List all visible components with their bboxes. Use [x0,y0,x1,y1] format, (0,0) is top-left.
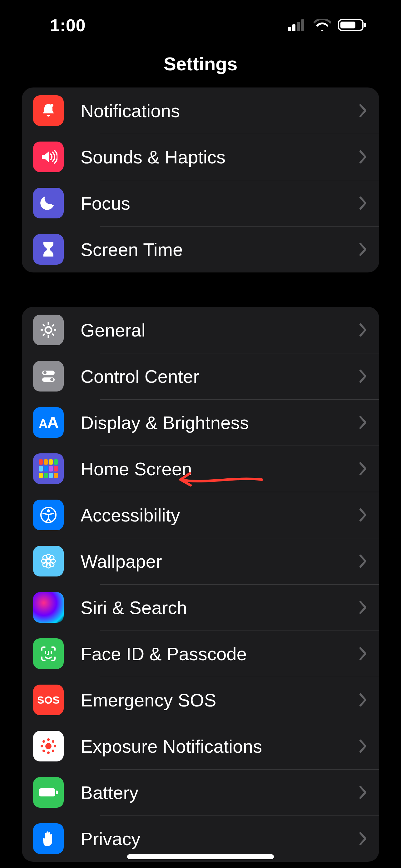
row-exposure-notifications[interactable]: Exposure Notifications [22,723,379,769]
svg-rect-0 [288,27,291,31]
svg-point-39 [42,740,45,743]
chevron-right-icon [359,507,368,522]
row-label: Focus [80,193,359,214]
chevron-right-icon [359,103,368,118]
row-display-brightness[interactable]: AA Display & Brightness [22,399,379,445]
svg-rect-43 [39,788,55,797]
svg-point-18 [43,371,46,374]
row-label: Screen Time [80,239,359,260]
row-label: Wallpaper [80,551,359,572]
cellular-icon [288,19,307,31]
row-label: Home Screen [80,458,359,479]
row-sounds-haptics[interactable]: Sounds & Haptics [22,134,379,180]
row-screen-time[interactable]: Screen Time [22,226,379,273]
bell-icon [33,95,64,126]
row-label: General [80,320,359,341]
flower-icon [33,546,64,577]
row-label: Battery [80,782,359,803]
row-wallpaper[interactable]: Wallpaper [22,538,379,584]
battery-icon [338,19,367,32]
chevron-right-icon [359,554,368,569]
chevron-right-icon [359,322,368,337]
hand-icon [33,823,64,854]
svg-rect-6 [364,23,366,27]
svg-point-40 [52,740,54,743]
svg-rect-44 [56,790,58,794]
settings-group-1: Notifications Sounds & Haptics Focus Scr… [22,88,379,273]
settings-group-2: General Control Center AA Display & Brig… [22,307,379,862]
settings-content: Notifications Sounds & Haptics Focus Scr… [0,88,401,868]
svg-line-16 [43,334,45,336]
svg-point-20 [50,378,54,381]
svg-point-35 [47,738,49,741]
app-grid-icon [33,453,64,484]
row-notifications[interactable]: Notifications [22,88,379,134]
svg-rect-1 [292,24,295,31]
chevron-right-icon [359,195,368,211]
row-home-screen[interactable]: Home Screen [22,445,379,492]
face-id-icon [33,638,64,669]
chevron-right-icon [359,692,368,707]
status-icons [288,19,367,32]
svg-point-41 [42,750,45,752]
svg-line-15 [52,324,54,326]
row-label: Emergency SOS [80,690,359,711]
row-label: Sounds & Haptics [80,147,359,167]
speaker-icon [33,142,64,172]
page-title: Settings [0,53,401,75]
chevron-right-icon [359,646,368,661]
row-battery[interactable]: Battery [22,769,379,815]
row-focus[interactable]: Focus [22,180,379,226]
gear-icon [33,315,64,345]
text-size-icon: AA [33,407,64,438]
svg-line-14 [52,334,54,336]
row-emergency-sos[interactable]: SOS Emergency SOS [22,677,379,723]
svg-point-8 [45,327,52,333]
chevron-right-icon [359,785,368,800]
row-general[interactable]: General [22,307,379,353]
status-time: 1:00 [50,15,86,35]
row-accessibility[interactable]: Accessibility [22,492,379,538]
row-label: Display & Brightness [80,412,359,433]
svg-point-7 [50,104,54,107]
svg-point-36 [47,751,49,754]
chevron-right-icon [359,149,368,164]
chevron-right-icon [359,415,368,430]
svg-line-13 [43,324,45,326]
chevron-right-icon [359,461,368,476]
hourglass-icon [33,234,64,265]
row-control-center[interactable]: Control Center [22,353,379,399]
row-label: Face ID & Passcode [80,643,359,664]
chevron-right-icon [359,600,368,615]
chevron-right-icon [359,831,368,846]
row-label: Control Center [80,366,359,387]
svg-rect-2 [297,22,300,31]
row-label: Notifications [80,100,359,121]
row-label: Privacy [80,828,359,849]
svg-point-34 [45,743,52,749]
svg-point-37 [41,745,43,747]
wifi-icon [313,19,331,31]
row-face-id-passcode[interactable]: Face ID & Passcode [22,630,379,677]
exposure-icon [33,731,64,762]
battery-full-icon [33,777,64,808]
home-indicator[interactable] [127,854,274,859]
row-label: Accessibility [80,505,359,526]
chevron-right-icon [359,242,368,257]
svg-point-23 [46,559,50,563]
row-label: Exposure Notifications [80,736,359,757]
status-bar: 1:00 [0,0,401,50]
siri-icon [33,592,64,623]
row-label: Siri & Search [80,597,359,618]
svg-point-22 [47,509,50,513]
toggles-icon [33,361,64,392]
chevron-right-icon [359,739,368,754]
row-siri-search[interactable]: Siri & Search [22,584,379,630]
accessibility-icon [33,500,64,530]
sos-icon: SOS [33,685,64,715]
svg-point-42 [52,750,54,752]
svg-point-38 [54,745,56,747]
svg-rect-3 [301,19,304,31]
svg-rect-5 [340,22,356,28]
moon-icon [33,188,64,218]
